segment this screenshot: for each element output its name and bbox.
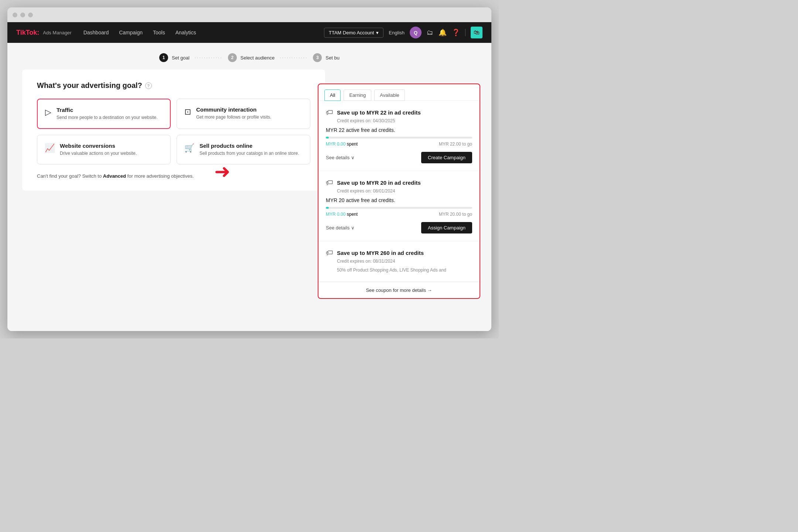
community-icon: ⊡ [184, 107, 191, 117]
logo-text: TikTok: [16, 29, 39, 37]
coupon-item-1: 🏷 Save up to MYR 22 in ad credits Credit… [318, 101, 480, 171]
account-selector[interactable]: TTAM Demo Account ▾ [324, 28, 384, 38]
step-dots-2: ············ [280, 55, 308, 60]
top-navigation: TikTok: Ads Manager Dashboard Campaign T… [7, 22, 491, 43]
help-icon[interactable]: ❓ [452, 28, 460, 37]
step-2: 2 Select audience [228, 53, 275, 62]
coupon-item-3: 🏷 Save up to MYR 260 in ad credits Credi… [318, 241, 480, 282]
advanced-link[interactable]: Advanced [103, 173, 126, 179]
sell-icon: 🛒 [184, 143, 194, 153]
sell-card-content: Sell products online Sell products from … [200, 143, 299, 157]
coupon-1-progress-fill [326, 137, 329, 139]
coupon-1-title: Save up to MYR 22 in ad credits [337, 109, 421, 116]
coupon-1-expiry: Credit expires on: 04/30/2025 [337, 118, 472, 123]
arrow-indicator: ➜ [214, 160, 231, 183]
coupon-1-see-details[interactable]: See details ∨ [326, 155, 355, 160]
nav-analytics[interactable]: Analytics [175, 30, 196, 35]
see-coupon-text: See coupon for more details → [366, 287, 432, 293]
conversions-card-content: Website conversions Drive valuable actio… [60, 143, 137, 157]
goal-card-sell[interactable]: 🛒 Sell products online Sell products fro… [177, 135, 310, 164]
coupon-list: 🏷 Save up to MYR 22 in ad credits Credit… [318, 101, 480, 298]
coupon-2-active-text: MYR 20 active free ad credits. [326, 197, 472, 203]
coupon-1-footer: See details ∨ Create Campaign [326, 152, 472, 163]
community-card-content: Community interaction Get more page foll… [196, 106, 271, 120]
coupon-2-title: Save up to MYR 20 in ad credits [337, 180, 421, 186]
traffic-card-desc: Send more people to a destination on you… [57, 115, 158, 121]
coupon-1-spent: MYR 0.00 spent [326, 141, 358, 147]
goal-grid: ▷ Traffic Send more people to a destinat… [37, 99, 310, 164]
coupon-panel: All Earning Available 🏷 Save up to MYR 2… [318, 83, 480, 299]
nav-right: TTAM Demo Account ▾ English Q 🗂 🔔 ❓ 🛍 [324, 27, 482, 38]
goal-section: What's your advertising goal? ? ▷ Traffi… [22, 69, 325, 191]
coupon-1-progress-bar [326, 137, 472, 139]
see-coupon-link[interactable]: See coupon for more details → [318, 282, 480, 298]
step-3-label: Set bu [325, 55, 340, 61]
coupon-3-header: 🏷 Save up to MYR 260 in ad credits [326, 249, 472, 257]
conversions-icon: 📈 [45, 143, 55, 153]
create-campaign-button[interactable]: Create Campaign [421, 152, 472, 163]
coupon-item-2: 🏷 Save up to MYR 20 in ad credits Credit… [318, 171, 480, 241]
steps-bar: 1 Set goal ············ 2 Select audienc… [7, 43, 491, 69]
coupon-2-icon: 🏷 [326, 178, 333, 187]
coupon-2-progress-fill [326, 207, 329, 209]
goal-help-icon[interactable]: ? [145, 82, 152, 89]
assign-campaign-button[interactable]: Assign Campaign [421, 222, 472, 233]
chevron-down-icon: ▾ [376, 30, 379, 35]
goal-card-traffic[interactable]: ▷ Traffic Send more people to a destinat… [37, 99, 171, 129]
sell-card-desc: Sell products from your catalogs in an o… [200, 150, 299, 157]
logo: TikTok: Ads Manager [16, 29, 72, 37]
main-content: 1 Set goal ············ 2 Select audienc… [7, 43, 491, 331]
traffic-light-maximize[interactable] [28, 13, 33, 17]
coupon-2-see-details[interactable]: See details ∨ [326, 225, 355, 231]
step-dots-1: ············ [195, 55, 223, 60]
goal-title-text: What's your advertising goal? [37, 81, 142, 90]
coupon-2-footer: See details ∨ Assign Campaign [326, 222, 472, 233]
step-1-label: Set goal [172, 55, 190, 61]
coupon-2-header: 🏷 Save up to MYR 20 in ad credits [326, 178, 472, 187]
nav-campaign[interactable]: Campaign [119, 30, 143, 35]
shop-icon-symbol: 🛍 [474, 29, 480, 36]
coupon-tab-all[interactable]: All [324, 89, 341, 101]
nav-dashboard[interactable]: Dashboard [83, 30, 109, 35]
coupon-3-partial-text: 50% off Product Shopping Ads, LIVE Shopp… [337, 267, 472, 273]
coupon-tab-available[interactable]: Available [374, 89, 405, 101]
goal-section-title: What's your advertising goal? ? [37, 81, 310, 90]
coupon-1-icon: 🏷 [326, 108, 333, 117]
step-1-number: 1 [159, 53, 168, 62]
briefcase-icon[interactable]: 🗂 [427, 29, 433, 37]
community-card-title: Community interaction [196, 106, 271, 113]
coupon-tabs: All Earning Available [318, 84, 480, 101]
traffic-light-minimize[interactable] [20, 13, 25, 17]
coupon-2-progress-bar [326, 207, 472, 209]
coupon-tab-earning[interactable]: Earning [344, 89, 371, 101]
account-name: TTAM Demo Account [329, 30, 374, 35]
tiktok-shop-icon[interactable]: 🛍 [471, 27, 482, 38]
traffic-icon: ▷ [45, 108, 51, 117]
coupon-1-active-text: MYR 22 active free ad credits. [326, 127, 472, 133]
app-window: TikTok: Ads Manager Dashboard Campaign T… [7, 7, 491, 331]
language-selector[interactable]: English [389, 30, 405, 35]
conversions-card-desc: Drive valuable actions on your website. [60, 150, 137, 157]
coupon-2-progress-labels: MYR 0.00 spent MYR 20.00 to go [326, 212, 472, 217]
step-2-label: Select audience [241, 55, 275, 61]
coupon-2-spent: MYR 0.00 spent [326, 212, 358, 217]
conversions-card-title: Website conversions [60, 143, 137, 149]
goal-card-community[interactable]: ⊡ Community interaction Get more page fo… [177, 99, 310, 129]
nav-divider [465, 29, 466, 36]
avatar[interactable]: Q [410, 27, 422, 38]
goal-card-conversions[interactable]: 📈 Website conversions Drive valuable act… [37, 135, 171, 164]
coupon-3-title: Save up to MYR 260 in ad credits [337, 250, 424, 256]
nav-links: Dashboard Campaign Tools Analytics [83, 30, 324, 35]
title-bar [7, 7, 491, 22]
coupon-2-expiry: Credit expires on: 08/01/2024 [337, 188, 472, 194]
traffic-card-title: Traffic [57, 107, 158, 113]
bell-icon[interactable]: 🔔 [439, 28, 447, 37]
nav-tools[interactable]: Tools [153, 30, 165, 35]
advanced-text: Can't find your goal? Switch to Advanced… [37, 173, 310, 179]
traffic-light-close[interactable] [13, 13, 17, 17]
sell-card-title: Sell products online [200, 143, 299, 149]
coupon-1-header: 🏷 Save up to MYR 22 in ad credits [326, 108, 472, 117]
coupon-1-progress-labels: MYR 0.00 spent MYR 22.00 to go [326, 141, 472, 147]
coupon-1-togo: MYR 22.00 to go [439, 141, 472, 147]
coupon-3-icon: 🏷 [326, 249, 333, 257]
